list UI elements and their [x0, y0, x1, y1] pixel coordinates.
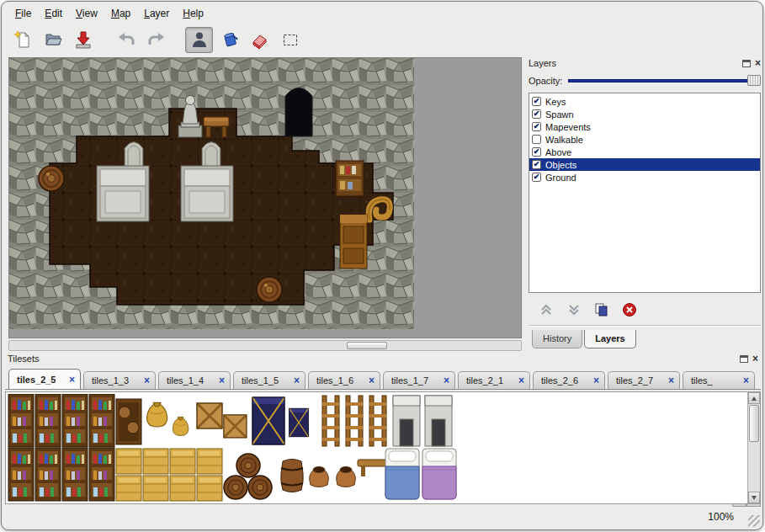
layer-name: Mapevents [545, 122, 591, 132]
tilesets-panel: Tilesets × tiles_2_5×tiles_1_3×tiles_1_4… [5, 353, 761, 508]
opacity-slider-handle[interactable] [747, 75, 761, 86]
duplicate-layer-icon [594, 303, 609, 317]
resize-grip[interactable] [748, 515, 760, 527]
open-button[interactable] [39, 27, 66, 53]
panel-float-icon[interactable] [742, 60, 751, 67]
down-arrow-icon [752, 496, 757, 500]
tab-close-icon[interactable]: × [219, 376, 225, 385]
map-barrel-1 [39, 166, 64, 191]
delete-layer-icon [622, 302, 637, 317]
open-folder-icon [43, 29, 63, 50]
redo-button[interactable] [142, 27, 170, 53]
layer-visibility-checkbox[interactable] [532, 135, 541, 144]
dock-tab-layers[interactable]: Layers [584, 330, 635, 348]
layer-row-walkable[interactable]: Walkable [529, 133, 760, 146]
menu-map[interactable]: Map [104, 5, 137, 22]
tab-close-icon[interactable]: × [369, 376, 375, 385]
tab-close-icon[interactable]: × [444, 376, 449, 385]
map-hscrollbar-thumb[interactable] [347, 342, 387, 349]
layer-row-spawn[interactable]: ✔Spawn [529, 108, 760, 120]
tileset-tab-tiles_[interactable]: tiles_× [683, 371, 755, 389]
undo-button[interactable] [112, 27, 140, 53]
tileset-tab-tiles_2_5[interactable]: tiles_2_5× [8, 369, 81, 389]
dock-tab-history[interactable]: History [532, 330, 582, 348]
map-render[interactable] [9, 58, 414, 329]
layer-visibility-checkbox[interactable]: ✔ [532, 97, 541, 106]
fill-tool-icon [220, 29, 240, 50]
layer-lower-button[interactable] [566, 303, 582, 317]
stamp-tool-icon [189, 29, 210, 50]
tileset-tab-label: tiles_ [691, 375, 713, 386]
tileset-view[interactable] [5, 391, 761, 504]
panel-close-icon[interactable]: × [752, 355, 758, 363]
lower-layer-icon [566, 303, 582, 317]
tileset-tab-tiles_1_6[interactable]: tiles_1_6× [308, 371, 380, 389]
tileset-tab-tiles_1_7[interactable]: tiles_1_7× [383, 371, 455, 389]
eraser-tool-button[interactable] [246, 27, 274, 53]
tab-close-icon[interactable]: × [69, 375, 75, 384]
panel-close-icon[interactable]: × [755, 60, 761, 67]
map-tomb-1 [97, 166, 149, 221]
fill-tool-button[interactable] [215, 27, 243, 53]
tab-close-icon[interactable]: × [593, 376, 599, 385]
tileset-tab-tiles_1_3[interactable]: tiles_1_3× [83, 371, 156, 389]
save-button[interactable] [69, 27, 97, 53]
layer-name: Above [545, 147, 571, 157]
tileset-tab-tiles_1_5[interactable]: tiles_1_5× [233, 371, 305, 389]
new-button[interactable] [8, 27, 36, 53]
layer-delete-button[interactable] [622, 302, 637, 317]
tab-close-icon[interactable]: × [743, 376, 749, 385]
stamp-tool-button[interactable] [185, 27, 213, 53]
layer-visibility-checkbox[interactable]: ✔ [532, 147, 541, 157]
tab-close-icon[interactable]: × [518, 376, 524, 385]
zoom-level: 100% [708, 511, 734, 523]
redo-icon [146, 29, 167, 50]
map-barrel-2 [257, 277, 282, 302]
layer-row-above[interactable]: ✔Above [529, 146, 760, 158]
menu-edit[interactable]: Edit [38, 5, 69, 22]
tileset-tab-tiles_2_1[interactable]: tiles_2_1× [458, 371, 530, 389]
menu-file[interactable]: File [8, 5, 38, 22]
layer-raise-button[interactable] [539, 303, 554, 317]
menu-view[interactable]: View [69, 5, 104, 22]
layer-visibility-checkbox[interactable]: ✔ [532, 122, 541, 131]
tileset-tab-tiles_1_4[interactable]: tiles_1_4× [158, 371, 231, 389]
app-window: FileEditViewMapLayerHelp [1, 1, 763, 530]
tileset-render[interactable] [8, 394, 459, 502]
layer-name: Objects [545, 160, 576, 170]
map-gravestone-1 [125, 142, 143, 169]
tileset-tab-tiles_2_6[interactable]: tiles_2_6× [533, 371, 605, 389]
tileset-tab-tiles_2_7[interactable]: tiles_2_7× [608, 371, 680, 389]
layer-visibility-checkbox[interactable]: ✔ [532, 160, 541, 169]
tileset-vscrollbar[interactable] [747, 392, 760, 503]
tab-close-icon[interactable]: × [668, 376, 674, 385]
layer-name: Walkable [545, 135, 583, 145]
tileset-tab-label: tiles_2_5 [17, 375, 56, 385]
map-hscrollbar[interactable] [8, 340, 522, 351]
layer-visibility-checkbox[interactable]: ✔ [532, 109, 541, 119]
opacity-label: Opacity: [529, 76, 562, 86]
eraser-tool-icon [250, 29, 270, 50]
layer-duplicate-button[interactable] [594, 303, 609, 317]
opacity-slider[interactable] [568, 75, 761, 87]
scroll-down-button[interactable] [748, 492, 760, 503]
tab-close-icon[interactable]: × [294, 376, 300, 385]
layer-row-ground[interactable]: ✔Ground [529, 171, 760, 184]
map-canvas[interactable] [8, 57, 522, 338]
map-tomb-2 [181, 166, 233, 221]
layer-row-keys[interactable]: ✔Keys [529, 95, 760, 108]
tileset-tab-label: tiles_1_5 [242, 375, 279, 386]
panel-float-icon[interactable] [740, 355, 748, 363]
layer-row-mapevents[interactable]: ✔Mapevents [529, 120, 760, 133]
select-tool-button[interactable] [276, 27, 304, 53]
menu-layer[interactable]: Layer [137, 5, 176, 22]
layer-visibility-checkbox[interactable]: ✔ [532, 173, 541, 182]
layer-row-objects[interactable]: ✔Objects [529, 158, 760, 171]
tab-close-icon[interactable]: × [144, 376, 150, 385]
menu-help[interactable]: Help [176, 5, 210, 22]
tileset-vscrollbar-thumb[interactable] [749, 405, 759, 442]
layers-panel: Layers × Opacity: ✔Keys✔Spawn✔MapeventsW… [529, 57, 761, 348]
scroll-up-button[interactable] [748, 392, 760, 404]
opacity-slider-track[interactable] [568, 79, 761, 82]
layer-name: Ground [545, 173, 576, 183]
